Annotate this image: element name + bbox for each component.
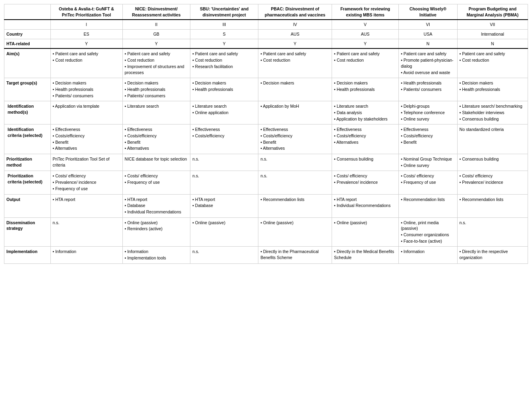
- hta-col1: Y: [50, 39, 122, 48]
- header-col2: NICE: Disinvestment/ Reassessment activi…: [122, 4, 190, 20]
- row5-col3: n.s.: [190, 171, 258, 194]
- row-label-7: Dissemination strategy: [4, 217, 51, 247]
- list-item: Online survey: [401, 116, 455, 122]
- roman-col4: IV: [258, 20, 332, 29]
- list-item: Consensus building: [460, 156, 526, 162]
- row3-col4: EffectivenessCosts/efficiencyBenefitAlte…: [258, 125, 332, 154]
- list-item: Information: [53, 249, 120, 255]
- row0-col1: Patient care and safetyCost reduction: [50, 48, 122, 78]
- list-item: Recommendation lists: [260, 197, 330, 203]
- data-row-4: Prioritization methodPriTec Prioritizati…: [4, 154, 528, 171]
- row-label-4: Prioritization method: [4, 154, 51, 171]
- row5-col4: n.s.: [258, 171, 332, 194]
- list-item: Frequency of use: [401, 179, 455, 185]
- country-col0: Country: [4, 30, 51, 39]
- row6-col1: HTA report: [50, 194, 122, 217]
- row8-col4: Directly in the Pharmaceutical Benefits …: [258, 247, 332, 263]
- list-item: Patient care and safety: [334, 51, 396, 57]
- country-col7: International: [457, 30, 528, 39]
- list-item: Effectiveness: [192, 127, 256, 133]
- row5-col6: Costs/ efficiencyFrequency of use: [399, 171, 457, 194]
- row6-col7: Recommendation lists: [457, 194, 528, 217]
- row4-col1: PriTec Prioritization Tool Set of criter…: [50, 154, 122, 171]
- country-col3: S: [190, 30, 258, 39]
- row3-col3: EffectivenessCosts/efficiency: [190, 125, 258, 154]
- row3-col6: EffectivenessCosts/efficiencyBenefit: [399, 125, 457, 154]
- roman-col6: VI: [399, 20, 457, 29]
- list-item: Literature search/ benchmarking: [460, 103, 526, 109]
- row-label-0: Aim(s): [4, 48, 51, 78]
- list-item: Online (passive): [334, 220, 396, 226]
- row7-col4: Online (passive): [258, 217, 332, 247]
- list-item: Benefit: [53, 139, 120, 145]
- row3-col1: EffectivenessCosts/efficiencyBenefitAlte…: [50, 125, 122, 154]
- list-item: Individual Recommendations: [125, 209, 188, 215]
- header-col6: Choosing Wisely® Initiative: [399, 4, 457, 20]
- row-label-8: Implementation: [4, 247, 51, 263]
- row-label-6: Output: [4, 194, 51, 217]
- row4-col3: n.s.: [190, 154, 258, 171]
- list-item: Decision makers: [53, 80, 120, 86]
- list-item: Patients/ consumers: [401, 86, 455, 92]
- list-item: Literature search: [334, 103, 396, 109]
- list-item: HTA report: [192, 197, 256, 203]
- list-item: HTA report: [125, 197, 188, 203]
- list-item: Decision makers: [125, 80, 188, 86]
- row8-col1: Information: [50, 247, 122, 263]
- list-item: Cost reduction: [53, 57, 120, 63]
- row6-col5: HTA reportIndividual Recommendations: [332, 194, 399, 217]
- list-item: Patient care and safety: [53, 51, 120, 57]
- row4-col4: n.s.: [258, 154, 332, 171]
- list-item: Health professionals: [125, 86, 188, 92]
- row8-col3: n.s.: [190, 247, 258, 263]
- header-col7: Program Budgeting and Marginal Analysis …: [457, 4, 528, 20]
- list-item: Benefit: [401, 139, 455, 145]
- list-item: Costs/ efficiency: [125, 173, 188, 179]
- row7-col2: Online (passive)Reminders (active): [122, 217, 190, 247]
- list-item: Stakeholder interviews: [460, 110, 526, 116]
- list-item: Literature search: [192, 103, 256, 109]
- roman-col7: VII: [457, 20, 528, 29]
- list-item: Application via template: [53, 103, 120, 109]
- list-item: Effectiveness: [53, 127, 120, 133]
- row7-col6: Online, print media (passive)Consumer or…: [399, 217, 457, 247]
- list-item: Directly in the Pharmaceutical Benefits …: [260, 249, 330, 260]
- list-item: Patient care and safety: [192, 51, 256, 57]
- list-item: Health professionals: [334, 86, 396, 92]
- list-item: Consensus building: [460, 116, 526, 122]
- list-item: Implementation tools: [125, 255, 188, 261]
- list-item: Costs/ efficiency: [460, 173, 526, 179]
- row1-col6: Health professionalsPatients/ consumers: [399, 78, 457, 101]
- row5-col2: Costs/ efficiencyFrequency of use: [122, 171, 190, 194]
- list-item: Cost reduction: [334, 57, 396, 63]
- header-row: Osteba & Avalia-t: GuNFT & PriTec Priori…: [4, 4, 528, 20]
- row2-col7: Literature search/ benchmarkingStakehold…: [457, 101, 528, 125]
- row2-col6: Delphi-groupsTelephone conferenceOnline …: [399, 101, 457, 125]
- list-item: Frequency of use: [53, 186, 120, 192]
- list-item: Costs/ efficiency: [53, 173, 120, 179]
- data-row-0: Aim(s)Patient care and safetyCost reduct…: [4, 48, 528, 78]
- hta-col6: N: [399, 39, 457, 48]
- country-col6: USA: [399, 30, 457, 39]
- row2-col1: Application via template: [50, 101, 122, 125]
- data-row-7: Dissemination strategyn.s.Online (passiv…: [4, 217, 528, 247]
- list-item: Cost reduction: [460, 57, 526, 63]
- list-item: Effectiveness: [401, 127, 455, 133]
- list-item: HTA report: [334, 197, 396, 203]
- row0-col2: Patient care and safetyCost reductionImp…: [122, 48, 190, 78]
- hta-col0: HTA-related: [4, 39, 51, 48]
- hta-col2: Y: [122, 39, 190, 48]
- list-item: Patient care and safety: [260, 51, 330, 57]
- row4-col5: Consensus building: [332, 154, 399, 171]
- row1-col7: Decision makersHealth professionals: [457, 78, 528, 101]
- list-item: Effectiveness: [334, 127, 396, 133]
- list-item: Consumer organizations: [401, 232, 455, 238]
- data-row-3: Identification criteria (selected)Effect…: [4, 125, 528, 154]
- row8-col2: InformationImplementation tools: [122, 247, 190, 263]
- roman-col0: [4, 20, 51, 29]
- list-item: Alternatives: [260, 145, 330, 151]
- row5-col5: Costs/ efficiencyPrevalence/ incidence: [332, 171, 399, 194]
- list-item: Patients/ consumers: [125, 93, 188, 99]
- country-col4: AUS: [258, 30, 332, 39]
- list-item: Application by MoH: [260, 103, 330, 109]
